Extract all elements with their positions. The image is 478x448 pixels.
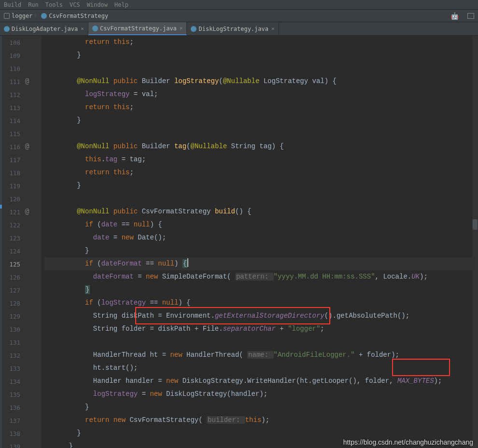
scrollbar-thumb[interactable] <box>473 219 478 230</box>
code-line[interactable]: if (dateFormat == null) { <box>44 257 478 270</box>
menu-help[interactable]: Help <box>114 1 128 8</box>
code-line[interactable]: } <box>44 283 478 296</box>
code-line[interactable] <box>44 336 478 349</box>
code-line[interactable]: String diskPath = Environment.getExterna… <box>44 309 478 322</box>
breadcrumb: logger 〉 CsvFormatStrategy <box>4 12 108 20</box>
code-line[interactable]: date = new Date(); <box>44 231 478 244</box>
code-line[interactable]: } <box>44 427 478 440</box>
class-icon <box>92 26 98 31</box>
code-line[interactable]: this.tag = tag; <box>44 153 478 166</box>
menu-build[interactable]: Build <box>4 1 21 8</box>
code-line[interactable]: return new CsvFormatStrategy( builder: t… <box>44 414 478 427</box>
code-line[interactable]: @NonNull public Builder tag(@Nullable St… <box>44 140 478 153</box>
menu-run[interactable]: Run <box>28 1 39 8</box>
android-icon[interactable]: 🤖 <box>450 12 459 20</box>
code-line[interactable]: ht.start(); <box>44 362 478 375</box>
marker-gutter: @@@ <box>24 36 34 448</box>
window-icon[interactable] <box>467 13 474 19</box>
code-line[interactable]: logStrategy = new DiskLogStrategy(handle… <box>44 388 478 401</box>
code-line[interactable]: dateFormat = new SimpleDateFormat( patte… <box>44 270 478 283</box>
code-line[interactable]: } <box>44 114 478 127</box>
menu-window[interactable]: Window <box>87 1 108 8</box>
close-icon[interactable]: × <box>271 26 275 32</box>
tab-label: DiskLogStrategy.java <box>198 26 268 32</box>
breadcrumb-separator: 〉 <box>34 12 40 20</box>
code-line[interactable] <box>44 127 478 140</box>
code-line[interactable]: logStrategy = val; <box>44 88 478 101</box>
menu-vcs[interactable]: VCS <box>70 1 80 8</box>
module-icon <box>4 13 10 19</box>
code-line[interactable]: @NonNull public CsvFormatStrategy build(… <box>44 205 478 218</box>
code-area[interactable]: return this; } @NonNull public Builder l… <box>42 36 478 448</box>
code-line[interactable]: return this; <box>44 166 478 179</box>
line-numbers: 1081091101111121131141151161171181191201… <box>0 36 24 448</box>
close-icon[interactable]: × <box>180 25 183 31</box>
navigation-bar: logger 〉 CsvFormatStrategy 🤖 <box>0 10 478 22</box>
menu-tools[interactable]: Tools <box>45 1 63 8</box>
tool-sidebar[interactable] <box>0 36 2 448</box>
code-line[interactable]: Handler handler = new DiskLogStrategy.Wr… <box>44 375 478 388</box>
code-line[interactable]: String folder = diskPath + File.separato… <box>44 322 478 336</box>
breadcrumb-module[interactable]: logger <box>12 13 32 19</box>
breadcrumb-class[interactable]: CsvFormatStrategy <box>49 13 108 19</box>
code-line[interactable]: if (date == null) { <box>44 218 478 231</box>
code-line[interactable]: } <box>44 179 478 192</box>
editor-tabs: DiskLogAdapter.java × CsvFormatStrategy.… <box>0 22 478 36</box>
tab-label: CsvFormatStrategy.java <box>100 25 177 32</box>
tab-label: DiskLogAdapter.java <box>12 26 78 32</box>
code-line[interactable]: if (logStrategy == null) { <box>44 296 478 309</box>
watermark: https://blog.csdn.net/changhuzichangchan… <box>343 438 473 446</box>
editor[interactable]: 1081091101111121131141151161171181191201… <box>0 36 478 448</box>
code-line[interactable] <box>44 62 478 75</box>
class-icon <box>4 26 10 32</box>
code-line[interactable]: HandlerThread ht = new HandlerThread( na… <box>44 349 478 362</box>
tab-disklogadapter[interactable]: DiskLogAdapter.java × <box>0 22 88 35</box>
code-line[interactable]: } <box>44 401 478 414</box>
code-line[interactable] <box>44 192 478 205</box>
class-icon <box>41 13 47 19</box>
vertical-scrollbar[interactable] <box>472 36 478 448</box>
tab-csvformatstrategy[interactable]: CsvFormatStrategy.java × <box>88 22 187 35</box>
close-icon[interactable]: × <box>81 26 84 32</box>
menubar: Build Run Tools VCS Window Help <box>0 0 478 10</box>
code-line[interactable]: } <box>44 49 478 62</box>
code-line[interactable]: return this; <box>44 36 478 49</box>
tab-disklogstrategy[interactable]: DiskLogStrategy.java × <box>187 22 279 35</box>
code-line[interactable]: @NonNull public Builder logStrategy(@Nul… <box>44 75 478 88</box>
class-icon <box>191 26 197 32</box>
fold-gutter <box>34 36 42 448</box>
code-line[interactable]: return this; <box>44 101 478 114</box>
sidebar-marker <box>0 205 2 209</box>
code-line[interactable]: } <box>44 244 478 257</box>
